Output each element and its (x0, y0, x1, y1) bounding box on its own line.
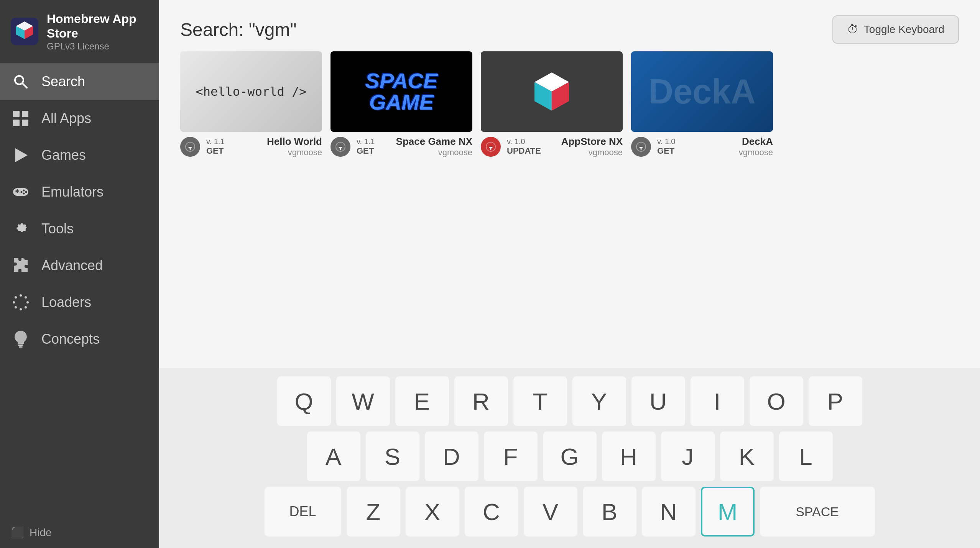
keyboard-key-p[interactable]: P (809, 376, 862, 426)
keyboard-key-g[interactable]: G (543, 432, 597, 481)
keyboard-row-1: ASDFGHJKL (174, 432, 965, 481)
clock-icon: ⏱ (847, 23, 858, 36)
app-title: Homebrew App Store (47, 11, 148, 41)
keyboard-key-f[interactable]: F (484, 432, 538, 481)
sidebar-item-advanced[interactable]: Advanced (0, 247, 159, 284)
app-author-appstore-nx: vgmoose (561, 148, 623, 158)
main-content: Search: "vgm" ⏱ Toggle Keyboard <hello-w… (159, 0, 980, 548)
svg-line-5 (22, 83, 27, 88)
keyboard-key-z[interactable]: Z (347, 487, 400, 537)
nav-items: Search All Apps Games Emulators Tools Ad… (0, 63, 159, 358)
keyboard-key-t[interactable]: T (513, 376, 567, 426)
app-version-deck-a: v. 1.0 (657, 137, 675, 146)
app-thumbnail-space-game: SPACEGAME (331, 51, 472, 132)
keyboard-key-del[interactable]: DEL (265, 487, 341, 537)
keyboard-key-o[interactable]: O (750, 376, 803, 426)
app-grid: <hello-world /> v. 1.1GETHello Worldvgmo… (159, 51, 980, 368)
keyboard-key-r[interactable]: R (454, 376, 508, 426)
app-action-label-appstore-nx: UPDATE (507, 146, 541, 156)
sidebar-item-loaders[interactable]: Loaders (0, 284, 159, 321)
keyboard-key-q[interactable]: Q (277, 376, 331, 426)
keyboard-key-n[interactable]: N (642, 487, 696, 537)
gear-icon (11, 219, 31, 239)
keyboard-key-b[interactable]: B (583, 487, 636, 537)
svg-point-17 (21, 191, 23, 193)
app-card-hello-world[interactable]: <hello-world /> v. 1.1GETHello Worldvgmo… (180, 51, 322, 361)
keyboard-key-j[interactable]: J (661, 432, 715, 481)
svg-rect-7 (22, 111, 28, 117)
lightbulb-icon (11, 329, 31, 349)
app-thumbnail-deck-a: DeckA (631, 51, 773, 132)
svg-marker-10 (15, 148, 28, 162)
sidebar-label-loaders: Loaders (41, 294, 91, 310)
sidebar-item-emulators[interactable]: Emulators (0, 174, 159, 210)
keyboard-key-e[interactable]: E (395, 376, 449, 426)
keyboard-key-s[interactable]: S (366, 432, 419, 481)
sidebar-label-concepts: Concepts (41, 331, 100, 347)
app-author-deck-a: vgmoose (739, 148, 773, 158)
app-name-hello-world: Hello World (267, 136, 322, 148)
search-icon (11, 72, 31, 92)
sidebar-item-all-apps[interactable]: All Apps (0, 100, 159, 137)
app-action-label-hello-world: GET (206, 146, 224, 156)
app-card-deck-a[interactable]: DeckA v. 1.0GETDeckAvgmoose (631, 51, 773, 361)
app-card-appstore-nx[interactable]: v. 1.0UPDATEAppStore NXvgmoose (481, 51, 623, 361)
gamepad-icon (11, 182, 31, 202)
keyboard-row-2: DELZXCVBNMSPACE (174, 487, 965, 537)
keyboard-key-x[interactable]: X (406, 487, 459, 537)
keyboard-key-u[interactable]: U (631, 376, 685, 426)
app-action-btn-appstore-nx[interactable] (481, 137, 501, 157)
keyboard-key-w[interactable]: W (336, 376, 390, 426)
keyboard-key-d[interactable]: D (425, 432, 478, 481)
app-header: Homebrew App Store GPLv3 License (0, 0, 159, 63)
app-action-label-space-game: GET (357, 146, 375, 156)
app-card-space-game[interactable]: SPACEGAME v. 1.1GETSpace Game NXvgmoose (331, 51, 472, 361)
app-info-appstore-nx: v. 1.0UPDATEAppStore NXvgmoose (481, 136, 623, 158)
svg-point-18 (20, 294, 22, 297)
app-thumbnail-hello-world: <hello-world /> (180, 51, 322, 132)
svg-point-15 (25, 191, 27, 193)
app-action-btn-deck-a[interactable] (631, 137, 651, 157)
svg-point-16 (23, 192, 25, 194)
sidebar-label-search: Search (41, 74, 85, 90)
keyboard-key-h[interactable]: H (602, 432, 656, 481)
app-version-block-appstore-nx: v. 1.0UPDATE (507, 137, 541, 156)
app-version-space-game: v. 1.1 (357, 137, 375, 146)
keyboard-key-a[interactable]: A (307, 432, 360, 481)
svg-rect-6 (13, 111, 20, 117)
app-action-btn-space-game[interactable] (331, 137, 350, 157)
app-info-deck-a: v. 1.0GETDeckAvgmoose (631, 136, 773, 158)
keyboard-key-k[interactable]: K (720, 432, 774, 481)
keyboard-key-y[interactable]: Y (572, 376, 626, 426)
search-title: Search: "vgm" (180, 19, 297, 40)
play-icon (11, 145, 31, 165)
keyboard-key-c[interactable]: C (465, 487, 518, 537)
sidebar-item-concepts[interactable]: Concepts (0, 321, 159, 358)
svg-point-24 (13, 301, 15, 304)
app-action-btn-hello-world[interactable] (180, 137, 200, 157)
svg-point-19 (25, 296, 27, 299)
svg-rect-27 (19, 346, 23, 348)
app-name-deck-a: DeckA (739, 136, 773, 148)
svg-point-14 (23, 189, 25, 191)
keyboard-key-v[interactable]: V (524, 487, 577, 537)
app-version-block-deck-a: v. 1.0GET (657, 137, 675, 156)
keyboard-key-i[interactable]: I (691, 376, 744, 426)
keyboard-key-l[interactable]: L (779, 432, 833, 481)
toggle-keyboard-button[interactable]: ⏱ Toggle Keyboard (832, 15, 959, 44)
sidebar-item-games[interactable]: Games (0, 137, 159, 174)
svg-point-22 (20, 308, 22, 310)
sidebar-label-emulators: Emulators (41, 184, 104, 200)
sidebar-item-tools[interactable]: Tools (0, 210, 159, 247)
svg-rect-13 (17, 189, 18, 193)
app-name-block-hello-world: Hello Worldvgmoose (267, 136, 322, 158)
hide-button[interactable]: ⬛ Hide (0, 517, 159, 548)
keyboard-key-space[interactable]: SPACE (760, 487, 875, 537)
keyboard-key-m[interactable]: M (701, 487, 755, 537)
app-thumbnail-appstore-nx (481, 51, 623, 132)
sidebar-item-search[interactable]: Search (0, 63, 159, 100)
keyboard-row-0: QWERTYUIOP (174, 376, 965, 426)
toggle-keyboard-label: Toggle Keyboard (864, 23, 944, 36)
svg-rect-8 (13, 120, 20, 126)
app-name-block-appstore-nx: AppStore NXvgmoose (561, 136, 623, 158)
